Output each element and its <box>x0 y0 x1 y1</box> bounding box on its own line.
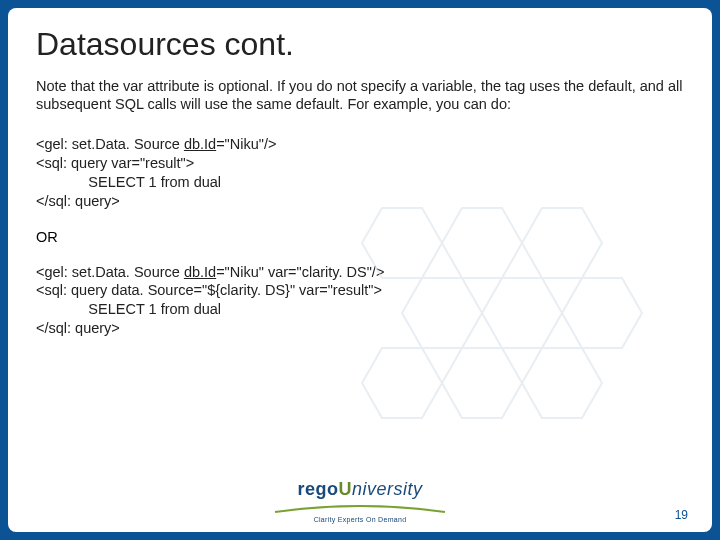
svg-marker-8 <box>522 348 602 418</box>
code2-line1-b: db.Id <box>184 264 216 280</box>
logo: regoUniversity Clarity Experts On Demand <box>270 479 450 523</box>
swoosh-icon <box>270 504 450 514</box>
code1-line2: <sql: query var="result"> <box>36 155 194 171</box>
logo-part-niversity: niversity <box>352 479 423 499</box>
logo-part-rego: rego <box>297 479 338 499</box>
logo-tagline: Clarity Experts On Demand <box>270 516 450 523</box>
or-separator: OR <box>36 229 684 245</box>
code-block-2: <gel: set.Data. Source db.Id="Niku" var=… <box>36 263 684 338</box>
code1-line1-a: <gel: set.Data. Source <box>36 136 184 152</box>
logo-text: regoUniversity <box>270 479 450 500</box>
page-number: 19 <box>675 508 688 522</box>
code2-line1-a: <gel: set.Data. Source <box>36 264 184 280</box>
code-block-1: <gel: set.Data. Source db.Id="Niku"/> <s… <box>36 135 684 210</box>
svg-marker-6 <box>362 348 442 418</box>
slide-body: Datasources cont. Note that the var attr… <box>8 8 712 532</box>
slide-title: Datasources cont. <box>36 26 684 63</box>
svg-marker-7 <box>442 348 522 418</box>
logo-part-u: U <box>339 479 353 499</box>
code1-line1-b: db.Id <box>184 136 216 152</box>
code2-line3: SELECT 1 from dual <box>36 301 221 317</box>
code2-line1-c: ="Niku" var="clarity. DS"/> <box>216 264 384 280</box>
intro-note: Note that the var attribute is optional.… <box>36 77 684 113</box>
slide-outer-border: Datasources cont. Note that the var attr… <box>0 0 720 540</box>
code2-line2: <sql: query data. Source="${clarity. DS}… <box>36 282 382 298</box>
slide-footer: regoUniversity Clarity Experts On Demand <box>8 479 712 526</box>
code1-line3: SELECT 1 from dual <box>36 174 221 190</box>
code2-line4: </sql: query> <box>36 320 120 336</box>
code1-line4: </sql: query> <box>36 193 120 209</box>
code1-line1-c: ="Niku"/> <box>216 136 276 152</box>
